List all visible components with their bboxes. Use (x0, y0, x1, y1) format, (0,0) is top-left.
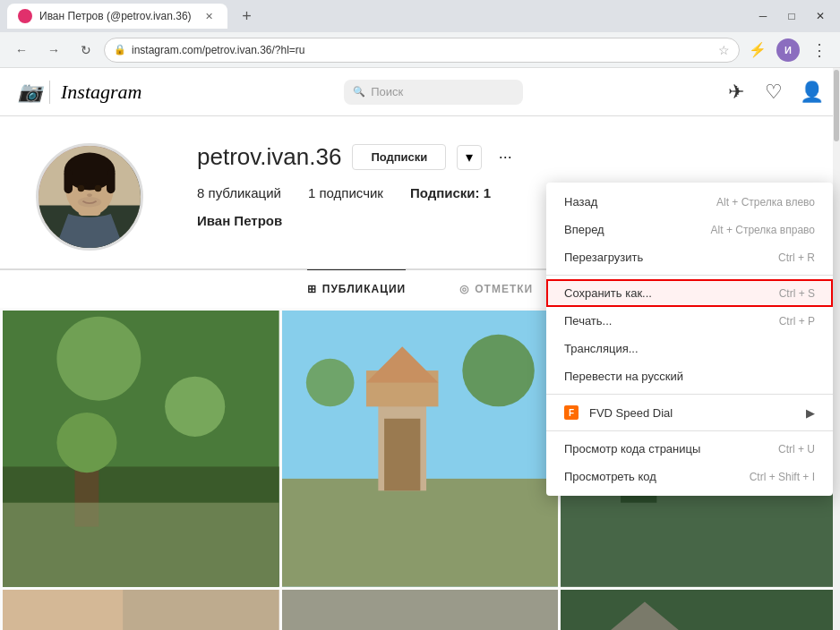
search-bar[interactable]: 🔍 Поиск (344, 80, 523, 105)
forward-button[interactable]: → (39, 36, 68, 64)
new-tab-button[interactable]: + (235, 4, 260, 29)
svg-point-8 (95, 185, 102, 192)
menu-item-translate-label: Перевести на русский (564, 370, 683, 383)
photo-item[interactable] (3, 590, 279, 630)
menu-item-view-source[interactable]: Просмотр кода страницы Ctrl + U (546, 435, 833, 463)
url-text: instagram.com/petrov.ivan.36/?hl=ru (132, 44, 713, 56)
menu-item-cast[interactable]: Трансляция... (546, 335, 833, 362)
svg-rect-6 (107, 170, 116, 194)
photo-item[interactable] (282, 590, 559, 630)
username-row: petrov.ivan.36 Подписки ▾ ··· (197, 143, 804, 171)
menu-item-back-shortcut: Alt + Стрелка влево (716, 196, 815, 209)
minimize-button[interactable]: ─ (750, 5, 776, 27)
browser-frame: Иван Петров (@petrov.ivan.36) ✕ + ─ □ ✕ … (0, 0, 840, 630)
ssl-lock-icon: 🔒 (114, 44, 126, 55)
menu-item-translate[interactable]: Перевести на русский (546, 362, 833, 390)
menu-item-view-source-shortcut: Ctrl + U (778, 443, 815, 455)
subscribers-stat: 1 подписчик (308, 185, 383, 200)
header-icons: ✈ ♡ 👤 (725, 81, 822, 103)
nav-right-buttons: ⚡ И ⋮ (743, 36, 833, 64)
profile-avatar[interactable]: И (774, 36, 802, 64)
publications-icon: ⊞ (307, 283, 317, 295)
menu-item-save-label: Сохранить как... (564, 286, 652, 300)
svg-rect-46 (561, 590, 837, 630)
tab-publications[interactable]: ⊞ ПУБЛИКАЦИИ (307, 269, 406, 308)
tab-favicon (18, 9, 32, 23)
menu-item-fvd-content: F FVD Speed Dial (564, 405, 673, 420)
instagram-logo[interactable]: 📷 Instagram (18, 81, 141, 104)
svg-point-11 (87, 193, 92, 197)
compass-icon[interactable]: ✈ (725, 81, 747, 103)
menu-item-fvd[interactable]: F FVD Speed Dial ▶ (546, 398, 833, 427)
tab-close-button[interactable]: ✕ (202, 9, 217, 23)
photo-item[interactable] (3, 311, 279, 587)
scroll-thumb[interactable] (834, 70, 839, 141)
menu-separator-3 (546, 430, 833, 431)
extensions-button[interactable]: ⚡ (743, 36, 772, 64)
menu-item-inspect-label: Просмотреть код (564, 470, 656, 483)
profile-username: petrov.ivan.36 (197, 143, 341, 171)
svg-rect-21 (282, 479, 559, 587)
navigation-bar: ← → ↻ 🔒 instagram.com/petrov.ivan.36/?hl… (0, 32, 840, 68)
menu-item-fvd-arrow: ▶ (806, 406, 815, 420)
svg-rect-25 (384, 419, 420, 491)
maximize-button[interactable]: □ (779, 5, 804, 27)
menu-item-print[interactable]: Печать... Ctrl + P (546, 307, 833, 335)
menu-item-save-shortcut: Ctrl + S (779, 287, 815, 300)
tab-mentions[interactable]: ◎ ОТМЕТКИ (459, 269, 533, 308)
menu-item-back[interactable]: Назад Alt + Стрелка влево (546, 188, 833, 216)
title-bar: Иван Петров (@petrov.ivan.36) ✕ + ─ □ ✕ (0, 0, 840, 32)
browser-tab[interactable]: Иван Петров (@petrov.ivan.36) ✕ (7, 4, 227, 29)
refresh-button[interactable]: ↻ (72, 36, 100, 64)
menu-item-reload-label: Перезагрузить (564, 251, 643, 264)
scrollbar[interactable] (833, 68, 840, 630)
follow-dropdown-button[interactable]: ▾ (457, 145, 482, 170)
svg-rect-9 (76, 182, 86, 184)
profile-icon[interactable]: 👤 (801, 81, 822, 103)
photo-item[interactable] (561, 590, 837, 630)
svg-point-16 (165, 377, 225, 437)
address-bar[interactable]: 🔒 instagram.com/petrov.ivan.36/?hl=ru ☆ (104, 38, 740, 63)
menu-item-back-label: Назад (564, 195, 597, 209)
star-icon[interactable]: ☆ (718, 43, 730, 57)
svg-point-27 (462, 335, 535, 407)
search-icon: 🔍 (353, 86, 365, 98)
menu-item-forward[interactable]: Вперед Alt + Стрелка вправо (546, 216, 833, 243)
svg-point-12 (78, 197, 102, 207)
instagram-logo-icon: 📷 (18, 81, 42, 104)
close-button[interactable]: ✕ (808, 5, 833, 27)
menu-item-forward-label: Вперед (564, 223, 604, 236)
page-content: 📷 Instagram 🔍 Поиск ✈ ♡ 👤 (0, 68, 840, 630)
menu-item-save[interactable]: Сохранить как... Ctrl + S (546, 279, 833, 307)
window-controls: ─ □ ✕ (750, 5, 833, 27)
svg-point-14 (56, 317, 141, 401)
mentions-icon: ◎ (459, 283, 469, 295)
menu-item-inspect[interactable]: Просмотреть код Ctrl + Shift + I (546, 463, 833, 490)
publications-stat: 8 публикаций (197, 185, 281, 200)
menu-item-inspect-shortcut: Ctrl + Shift + I (750, 471, 815, 483)
search-placeholder: Поиск (371, 85, 403, 98)
fvd-icon: F (564, 405, 579, 420)
svg-point-7 (78, 185, 85, 192)
menu-item-reload[interactable]: Перезагрузить Ctrl + R (546, 243, 833, 271)
heart-icon[interactable]: ♡ (763, 81, 784, 103)
back-button[interactable]: ← (7, 36, 36, 64)
menu-item-print-shortcut: Ctrl + P (779, 315, 815, 328)
menu-button[interactable]: ⋮ (804, 36, 833, 64)
menu-separator-2 (546, 394, 833, 395)
svg-rect-40 (123, 590, 279, 630)
user-profile-circle: И (776, 38, 800, 62)
menu-separator-1 (546, 275, 833, 276)
menu-item-reload-shortcut: Ctrl + R (778, 251, 815, 264)
menu-item-view-source-label: Просмотр кода страницы (564, 442, 700, 455)
publications-label: ПУБЛИКАЦИИ (322, 283, 406, 295)
menu-item-forward-shortcut: Alt + Стрелка вправо (711, 224, 815, 236)
follow-button[interactable]: Подписки (352, 144, 446, 170)
more-options-button[interactable]: ··· (493, 145, 518, 170)
subscriptions-stat: Подписки: 1 (410, 185, 491, 200)
svg-rect-19 (3, 503, 279, 587)
photo-item[interactable] (282, 311, 559, 587)
mentions-label: ОТМЕТКИ (475, 283, 533, 295)
profile-avatar (36, 143, 143, 251)
menu-item-print-label: Печать... (564, 314, 612, 328)
